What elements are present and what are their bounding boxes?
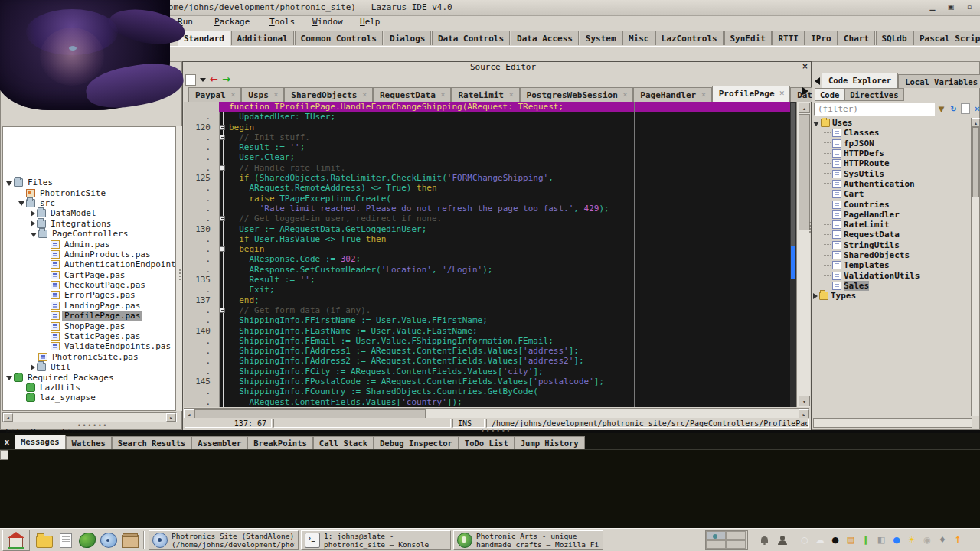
code-editor[interactable]: function TProfilePage.HandleFormChangeSh… — [184, 102, 790, 407]
tree-item-integrations[interactable]: Integrations — [3, 219, 175, 229]
code-line-2[interactable]: . UpdatedUser: TUser; — [184, 112, 790, 122]
tree-item-errorpages-pas[interactable]: ErrorPages.pas — [3, 290, 175, 300]
explorer-item-fpjson[interactable]: fpJSON — [813, 139, 971, 148]
subtab-code[interactable]: Code — [815, 88, 844, 101]
explorer-item-classes[interactable]: Classes — [813, 128, 971, 138]
code-line-7[interactable]: . // Handle rate limit. — [184, 163, 790, 173]
code-line-24[interactable]: . ShippingInfo.FEmail := User.Value.FShi… — [184, 336, 790, 346]
leaf-app-icon[interactable] — [79, 533, 96, 548]
scroll-left-icon[interactable]: ◂ — [3, 413, 13, 422]
fold-box-icon[interactable] — [220, 135, 225, 140]
explorer-item-stringutils[interactable]: StringUtils — [813, 240, 971, 250]
vscroll-thumb[interactable] — [799, 114, 810, 230]
app-menu-button[interactable] — [2, 530, 30, 551]
workspace-cell-2[interactable] — [726, 531, 746, 540]
audio-device-icon[interactable]: ◧ — [876, 535, 887, 546]
titlebar[interactable]: (/home/johns/development/photronic_site)… — [0, 0, 980, 16]
close-icon[interactable]: ▫ — [963, 2, 975, 12]
explorer-item-sysutils[interactable]: SysUtils — [813, 168, 971, 178]
palette-tab-sqldb[interactable]: SQLdb — [876, 31, 913, 45]
jump-back-icon[interactable]: ← — [210, 76, 218, 83]
explorer-item-pagehandler[interactable]: PageHandler — [813, 210, 971, 220]
editor-tab-postgreswebsession[interactable]: PostgresWebSession✕ — [520, 87, 634, 102]
workspace-pager[interactable] — [705, 530, 748, 550]
code-line-12[interactable]: . // Get logged-in user, redirect if non… — [184, 214, 790, 223]
palette-tab-lazcontrols[interactable]: LazControls — [655, 31, 724, 45]
code-line-22[interactable]: . ShippingInfo.FFirstName := User.Value.… — [184, 315, 790, 325]
project-tree-hscrollbar[interactable]: ◂ ▸ — [2, 412, 177, 422]
page-mode-icon[interactable] — [961, 103, 970, 114]
workspace-cell-3[interactable] — [706, 540, 726, 549]
minimize-icon[interactable]: ▁ — [926, 2, 939, 12]
fold-box-icon[interactable] — [220, 246, 225, 252]
tab-scroll-right-icon[interactable] — [802, 87, 808, 95]
documents-icon[interactable] — [60, 533, 72, 548]
code-line-13[interactable]: 130 User := ARequestData.GetLoggedinUser… — [184, 224, 790, 234]
code-line-21[interactable]: . // Get form data (if any). — [184, 305, 790, 315]
microphone-icon[interactable]: ♦ — [937, 535, 948, 546]
palette-tab-misc[interactable]: Misc — [622, 31, 655, 45]
maximize-icon[interactable]: ▣ — [945, 2, 957, 12]
code-line-6[interactable]: . User.Clear; — [184, 152, 790, 162]
subtab-directives[interactable]: Directives — [844, 88, 903, 101]
tree-item-required-packages[interactable]: Required Packages — [3, 372, 175, 382]
close-icon[interactable]: x — [2, 438, 11, 447]
explorer-hscrollbar[interactable] — [813, 418, 972, 428]
palette-tab-chart[interactable]: Chart — [838, 31, 875, 45]
tree-item-photronicsite-pas[interactable]: PhotronicSite.pas — [3, 352, 175, 362]
code-line-5[interactable]: . Result := ''; — [184, 142, 790, 152]
code-line-8[interactable]: 125 if (SharedObjects.RateLimiter.CheckL… — [184, 173, 790, 183]
dock-tab-todo-list[interactable]: ToDo List — [459, 436, 514, 449]
tab-scroll-left-icon[interactable] — [815, 77, 820, 85]
code-line-20[interactable]: 137 end; — [184, 295, 790, 305]
tree-item-adminproducts-pas[interactable]: AdminProducts.pas — [3, 249, 175, 259]
scroll-down-icon[interactable]: ▾ — [799, 396, 810, 406]
editor-vscrollbar[interactable]: ▴ ▾ — [796, 102, 810, 407]
vscroll-thumb[interactable] — [972, 127, 979, 197]
dock-tab-debug-inspector[interactable]: Debug Inspector — [374, 436, 459, 449]
panel-splitter-handle[interactable]: •••••• — [77, 422, 108, 429]
explorer-vscrollbar[interactable]: ▴ — [971, 118, 979, 416]
tree-item-src[interactable]: src — [3, 198, 175, 208]
fold-box-icon[interactable] — [220, 308, 225, 313]
tab-close-icon[interactable]: ✕ — [440, 91, 446, 102]
editor-tab-usps[interactable]: Usps✕ — [241, 87, 284, 102]
fold-box-icon[interactable] — [220, 165, 225, 171]
user-session-icon[interactable] — [778, 536, 787, 545]
tree-item-profilepage-pas[interactable]: ProfilePage.pas — [3, 311, 175, 321]
jump-forward-icon[interactable]: → — [222, 76, 230, 83]
code-line-25[interactable]: . ShippingInfo.FAddress1 := ARequest.Con… — [184, 346, 790, 356]
panel-tab-local-variables[interactable]: Local Variables — [898, 74, 980, 88]
tree-item-cartpage-pas[interactable]: CartPage.pas — [3, 270, 175, 280]
bluetooth-icon[interactable]: ● — [891, 535, 902, 546]
tree-open-arrow-icon[interactable] — [6, 376, 12, 380]
palette-tab-system[interactable]: System — [580, 31, 622, 45]
dock-tab-breakpoints[interactable]: BreakPoints — [247, 436, 313, 449]
palette-tab-dialogs[interactable]: Dialogs — [384, 31, 431, 45]
tree-open-arrow-icon[interactable] — [813, 122, 819, 126]
dock-tab-messages[interactable]: Messages — [15, 435, 66, 449]
tab-close-icon[interactable]: ✕ — [622, 91, 629, 102]
messages-content[interactable] — [0, 449, 980, 529]
palette-tab-common-controls[interactable]: Common Controls — [295, 31, 383, 45]
explorer-item-templates[interactable]: Templates — [813, 260, 971, 270]
tab-close-icon[interactable]: ✕ — [508, 91, 514, 102]
scroll-up-icon[interactable]: ▴ — [972, 118, 980, 127]
tree-item-files[interactable]: Files — [3, 178, 175, 187]
tree-item-datamodel[interactable]: DataModel — [3, 208, 175, 218]
tree-item-landingpage-pas[interactable]: LandingPage.pas — [3, 301, 175, 311]
panel-tab-code-explorer[interactable]: Code Explorer — [822, 73, 898, 88]
tree-closed-arrow-icon[interactable] — [31, 364, 35, 370]
dock-tab-watches[interactable]: Watches — [66, 436, 112, 449]
tree-item-photronicsite[interactable]: PhotronicSite — [3, 187, 175, 197]
editor-tab-pagehandler[interactable]: PageHandler✕ — [633, 87, 711, 102]
menu-help[interactable]: Help — [360, 17, 381, 27]
editor-tab-sharedobjects[interactable]: SharedObjects✕ — [284, 87, 373, 102]
explorer-node-types[interactable]: Types — [813, 291, 971, 301]
dock-tab-search-results[interactable]: Search Results — [112, 436, 192, 449]
editor-tab-paypal[interactable]: Paypal✕ — [188, 87, 241, 102]
refresh-icon[interactable]: ↻ — [949, 104, 959, 114]
dock-tab-call-stack[interactable]: Call Stack — [313, 436, 374, 449]
fold-box-icon[interactable] — [220, 216, 225, 221]
tab-close-icon[interactable]: ✕ — [230, 91, 237, 102]
